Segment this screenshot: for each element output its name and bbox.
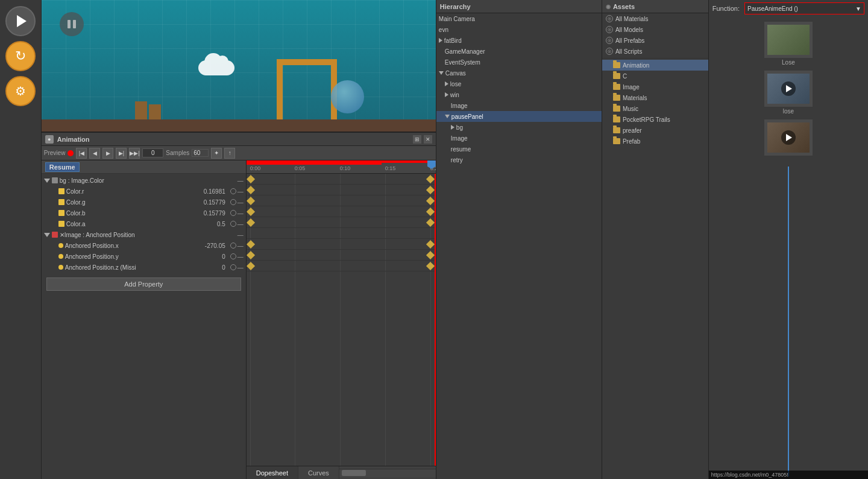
prop-circle-az[interactable]	[230, 264, 236, 270]
prop-row-color-a[interactable]: Color.a 0.5 —	[42, 218, 246, 229]
asset-pocket-rpg[interactable]: PocketRPG Trails	[602, 114, 708, 125]
keyframe-3-start[interactable]	[247, 208, 255, 216]
time-display[interactable]: 0	[142, 148, 163, 157]
prop-dash-b[interactable]: —	[237, 210, 244, 217]
gear-button[interactable]: ⚙	[5, 76, 36, 106]
keyframe-1-start[interactable]	[247, 186, 255, 194]
keyframe-2-end[interactable]	[426, 197, 435, 205]
hier-item-retry[interactable]: retry	[436, 154, 602, 165]
keyframe-7-end[interactable]	[426, 251, 435, 259]
prop-row-bg-color[interactable]: bg : Image.Color —	[42, 175, 246, 186]
prop-circle-g[interactable]	[230, 199, 236, 205]
scrollbar-thumb[interactable]	[342, 470, 366, 476]
asset-preafer[interactable]: preafer	[602, 125, 708, 136]
refresh-button[interactable]: ↻	[5, 41, 36, 71]
prop-circle-a[interactable]	[230, 221, 236, 227]
asset-all-prefabs[interactable]: ◎ All Prefabs	[602, 35, 708, 46]
hier-item-image[interactable]: Image	[436, 100, 602, 111]
keyframe-3-end[interactable]	[426, 208, 435, 216]
timeline-content[interactable]	[247, 174, 436, 466]
hier-item-main-camera[interactable]: Main Camera	[436, 13, 602, 24]
hier-item-lose[interactable]: lose	[436, 78, 602, 89]
keyframe-6-end[interactable]	[426, 240, 435, 249]
anim-close-btn[interactable]: ✕	[424, 135, 432, 144]
keyframe-0-end[interactable]	[426, 175, 435, 183]
record-button[interactable]	[68, 150, 74, 156]
timeline-scrollbar[interactable]	[339, 469, 436, 477]
hier-item-eventsystem[interactable]: EventSystem	[436, 57, 602, 68]
function-arrow: ▼	[855, 5, 861, 12]
prop-circle-b[interactable]	[230, 210, 236, 216]
prop-dash-a[interactable]: —	[237, 221, 244, 227]
prop-row-anchored-x[interactable]: Anchored Position.x -270.05 —	[42, 240, 246, 251]
asset-all-materials[interactable]: ◎ All Materials	[602, 13, 708, 24]
tab-curves[interactable]: Curves	[298, 466, 339, 479]
keyframe-2-start[interactable]	[247, 197, 255, 205]
anim-expand-btn[interactable]: ⊞	[413, 135, 421, 144]
asset-all-scripts[interactable]: ◎ All Scripts	[602, 46, 708, 57]
prev-frame-button[interactable]: ◀	[89, 148, 100, 159]
prop-circle-r[interactable]	[230, 188, 236, 194]
asset-c[interactable]: C	[602, 71, 708, 81]
hier-item-gamemanager[interactable]: GameManager	[436, 46, 602, 57]
prop-circle-ay[interactable]	[230, 253, 236, 259]
prop-row-anchored-y[interactable]: Anchored Position.y 0 —	[42, 251, 246, 262]
preview-third-play-button[interactable]	[781, 130, 796, 145]
hier-item-bg[interactable]: bg	[436, 122, 602, 133]
preview-lose-box	[764, 22, 813, 58]
prop-dash-r[interactable]: —	[237, 188, 244, 195]
add-property-button[interactable]: Add Property	[46, 278, 241, 291]
samples-input[interactable]	[192, 149, 209, 157]
folder-icon-pocket-rpg	[613, 116, 620, 122]
asset-image[interactable]: Image	[602, 81, 708, 92]
keyframe-4-start[interactable]	[247, 218, 255, 227]
preview-play-button[interactable]	[781, 81, 796, 96]
prop-row-color-r[interactable]: Color.r 0.16981 —	[42, 186, 246, 197]
prop-row-anchored-z[interactable]: Anchored Position.z (Missi 0 —	[42, 262, 246, 273]
hier-item-fatbird[interactable]: fatBird	[436, 35, 602, 46]
asset-all-models[interactable]: ◎ All Models	[602, 24, 708, 35]
next-frame-button[interactable]: ▶|	[116, 148, 127, 159]
preview-image-label: lose	[783, 108, 794, 115]
keyframe-8-end[interactable]	[426, 262, 435, 270]
triangle-anchored[interactable]	[44, 233, 50, 237]
prop-dash-g[interactable]: —	[237, 199, 244, 206]
prop-dash-ax[interactable]: —	[237, 243, 244, 249]
play-pause-button[interactable]: ▶	[102, 148, 113, 159]
asset-materials[interactable]: Materials	[602, 92, 708, 103]
asset-music[interactable]: Music	[602, 103, 708, 114]
prop-dash-anchored[interactable]: —	[237, 232, 244, 238]
prop-dash-az[interactable]: —	[237, 264, 244, 271]
prop-row-anchored[interactable]: ✕Image : Anchored Position —	[42, 229, 246, 240]
hier-item-evn[interactable]: evn	[436, 24, 602, 35]
function-dropdown[interactable]: PauseAnimeEnd () ▼	[744, 2, 864, 14]
timeline-cursor-head[interactable]	[427, 160, 436, 173]
hier-item-canvas[interactable]: Canvas	[436, 68, 602, 78]
prop-row-color-g[interactable]: Color.g 0.15779 —	[42, 197, 246, 208]
prop-dash-bg[interactable]: —	[237, 177, 244, 184]
skip-back-button[interactable]: |◀	[76, 148, 87, 159]
keyframe-options-btn[interactable]: ↑	[224, 148, 235, 159]
hier-item-resume[interactable]: resume	[436, 144, 602, 154]
keyframe-0-start[interactable]	[247, 175, 255, 183]
hier-item-win[interactable]: win	[436, 89, 602, 100]
clip-name[interactable]: Resume	[45, 162, 80, 172]
keyframe-7-start[interactable]	[247, 251, 255, 259]
play-button[interactable]	[5, 6, 36, 36]
asset-animation[interactable]: Animation	[602, 60, 708, 71]
keyframe-1-end[interactable]	[426, 186, 435, 194]
keyframe-6-start[interactable]	[247, 240, 255, 249]
prop-circle-ax[interactable]	[230, 243, 236, 249]
hier-item-pause-panel[interactable]: pausePanel	[436, 111, 602, 122]
search-icon-prefabs: ◎	[606, 37, 613, 44]
add-keyframe-btn[interactable]: ✦	[211, 148, 222, 159]
asset-prefab[interactable]: Prefab	[602, 136, 708, 147]
keyframe-8-start[interactable]	[247, 262, 255, 270]
triangle-bg-color[interactable]	[44, 179, 50, 183]
keyframe-4-end[interactable]	[426, 218, 435, 227]
skip-end-button[interactable]: ▶▶|	[129, 148, 140, 159]
tab-dopesheet[interactable]: Dopesheet	[247, 466, 298, 479]
hier-item-image2[interactable]: Image	[436, 133, 602, 144]
prop-dash-ay[interactable]: —	[237, 253, 244, 260]
prop-row-color-b[interactable]: Color.b 0.15779 —	[42, 208, 246, 218]
